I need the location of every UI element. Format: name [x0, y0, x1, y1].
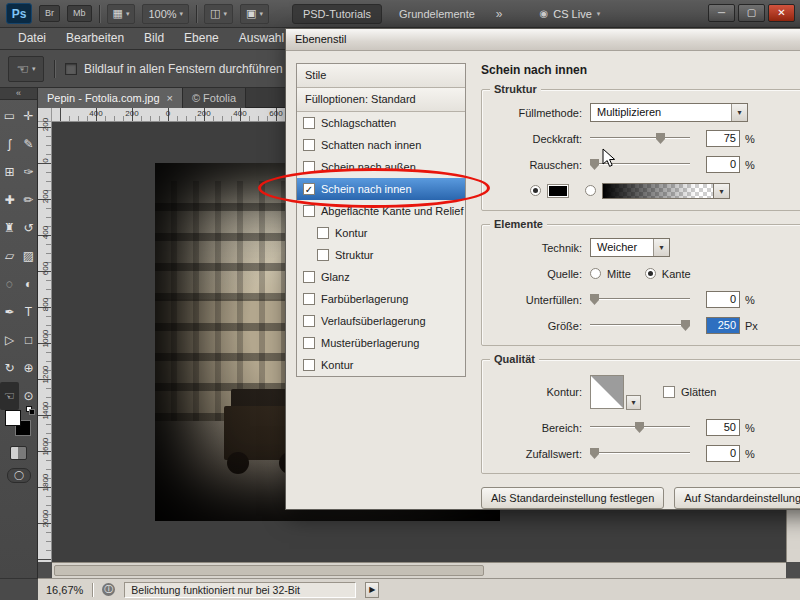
tool-quick-selection[interactable]: ✎ — [19, 130, 38, 158]
menu-ebene[interactable]: Ebene — [174, 28, 229, 49]
statusbar-menu-arrow-icon[interactable]: ▶ — [365, 582, 379, 598]
tool-eyedropper[interactable]: ✑ — [19, 158, 38, 186]
cs-live-dropdown[interactable]: ◉ CS Live ▾ — [540, 8, 601, 20]
blend-mode-dropdown[interactable]: Multiplizieren ▾ — [590, 103, 748, 122]
style-checkbox[interactable] — [303, 271, 315, 283]
screen-mode-button[interactable]: ▣ ▾ — [240, 4, 269, 24]
tool-move[interactable]: ✛ — [19, 102, 38, 130]
tool-eraser[interactable]: ▱ — [0, 242, 19, 270]
maximize-button[interactable]: ▢ — [738, 4, 765, 22]
style-checkbox-checked[interactable]: ✓ — [303, 183, 315, 195]
styles-list-header[interactable]: Stile — [297, 64, 465, 88]
opacity-slider[interactable] — [590, 132, 690, 145]
tool-path-selection[interactable]: ▷ — [0, 326, 19, 354]
source-edge-radio[interactable] — [645, 268, 656, 279]
style-checkbox[interactable] — [303, 293, 315, 305]
minimize-button[interactable]: ─ — [708, 4, 735, 22]
tab-close-icon[interactable]: × — [167, 92, 173, 104]
mini-bridge-button[interactable]: Mb — [67, 5, 92, 22]
workspace-overflow-icon[interactable]: » — [492, 7, 507, 21]
contour-preview[interactable] — [590, 375, 624, 409]
style-item-musterueberlagerung[interactable]: Musterüberlagerung — [297, 332, 465, 354]
style-item-abgeflachte-kante[interactable]: Abgeflachte Kante und Relief — [297, 200, 465, 222]
solid-color-radio[interactable] — [530, 185, 541, 196]
style-item-schatten-nach-innen[interactable]: Schatten nach innen — [297, 134, 465, 156]
slider-thumb[interactable] — [590, 159, 599, 170]
style-checkbox[interactable] — [317, 227, 329, 239]
menu-datei[interactable]: Datei — [8, 28, 56, 49]
zoom-level-dropdown[interactable]: 100% ▾ — [142, 4, 189, 24]
style-checkbox[interactable] — [303, 117, 315, 129]
tool-type[interactable]: T — [19, 298, 38, 326]
range-value-field[interactable]: 50 — [706, 419, 740, 436]
style-item-verlaufsueberlagerung[interactable]: Verlaufsüberlagerung — [297, 310, 465, 332]
style-checkbox[interactable] — [303, 139, 315, 151]
scroll-all-windows-option[interactable]: Bildlauf in allen Fenstern durchführen — [65, 62, 283, 76]
technique-dropdown[interactable]: Weicher ▾ — [590, 238, 670, 257]
glow-color-swatch[interactable] — [547, 184, 569, 198]
hand-tool-preset-button[interactable]: ☜ ▾ — [8, 56, 44, 82]
noise-value-field[interactable]: 0 — [706, 156, 740, 173]
slider-thumb[interactable] — [590, 448, 599, 459]
style-item-struktur-sub[interactable]: Struktur — [297, 244, 465, 266]
style-item-schein-nach-innen[interactable]: ✓ Schein nach innen — [297, 178, 465, 200]
tool-crop[interactable]: ⊞ — [0, 158, 19, 186]
style-item-farbueberlagerung[interactable]: Farbüberlagerung — [297, 288, 465, 310]
opacity-value-field[interactable]: 75 — [706, 130, 740, 147]
choke-slider[interactable] — [590, 293, 690, 306]
style-item-schlagschatten[interactable]: Schlagschatten — [297, 112, 465, 134]
noise-slider[interactable] — [590, 158, 690, 171]
style-checkbox[interactable] — [303, 315, 315, 327]
style-item-schein-nach-aussen[interactable]: Schein nach außen — [297, 156, 465, 178]
screen-mode-toggle[interactable]: ◯ — [7, 468, 31, 483]
view-extras-button[interactable]: ▦ ▾ — [107, 4, 136, 24]
slider-thumb[interactable] — [656, 133, 665, 144]
tool-hand[interactable]: ☜ — [0, 382, 19, 410]
range-slider[interactable] — [590, 421, 690, 434]
style-checkbox[interactable] — [317, 249, 329, 261]
document-tab-pepin[interactable]: Pepin - Fotolia.com.jpg × — [38, 88, 183, 108]
make-default-button[interactable]: Als Standardeinstellung festlegen — [481, 487, 664, 509]
horizontal-scrollbar-thumb[interactable] — [54, 565, 484, 576]
style-checkbox[interactable] — [303, 161, 315, 173]
statusbar-zoom-value[interactable]: 16,67% — [46, 584, 83, 596]
menu-bild[interactable]: Bild — [134, 28, 174, 49]
jitter-slider[interactable] — [590, 447, 690, 460]
tool-blur[interactable]: ◌ — [0, 270, 19, 298]
antialias-checkbox[interactable] — [663, 386, 675, 398]
blending-options-item[interactable]: Fülloptionen: Standard — [297, 88, 465, 112]
close-button[interactable]: ✕ — [768, 4, 795, 22]
tool-lasso[interactable]: ʃ — [0, 130, 19, 158]
size-value-field[interactable]: 250 — [706, 317, 740, 334]
document-tab-fotolia[interactable]: © Fotolia — [183, 88, 246, 108]
arrange-documents-button[interactable]: ◫ ▾ — [204, 4, 233, 24]
style-item-glanz[interactable]: Glanz — [297, 266, 465, 288]
style-item-kontur-stroke[interactable]: Kontur — [297, 354, 465, 376]
tool-3d-rotate[interactable]: ↻ — [0, 354, 19, 382]
slider-thumb[interactable] — [635, 422, 644, 433]
collapse-panel-icon[interactable]: « — [0, 88, 37, 100]
chevron-down-icon[interactable]: ▾ — [626, 395, 641, 410]
tool-gradient[interactable]: ▨ — [19, 242, 38, 270]
tool-clone-stamp[interactable]: ♜ — [0, 214, 19, 242]
gradient-picker[interactable]: ▾ — [602, 183, 730, 199]
tool-shape[interactable]: □ — [19, 326, 38, 354]
tool-dodge[interactable]: ◐ — [19, 270, 38, 298]
source-center-radio[interactable] — [590, 268, 601, 279]
chevron-down-icon[interactable]: ▾ — [714, 183, 730, 199]
choke-value-field[interactable]: 0 — [706, 291, 740, 308]
horizontal-scrollbar[interactable] — [52, 562, 786, 578]
scroll-all-windows-checkbox[interactable] — [65, 63, 77, 75]
style-checkbox[interactable] — [303, 205, 315, 217]
workspace-tab-grundelemente[interactable]: Grundelemente — [389, 5, 485, 23]
tool-brush[interactable]: ✏ — [19, 186, 38, 214]
reset-default-button[interactable]: Auf Standardeinstellung zur — [674, 487, 800, 509]
gradient-radio[interactable] — [585, 185, 596, 196]
jitter-value-field[interactable]: 0 — [706, 445, 740, 462]
workspace-tab-psd-tutorials[interactable]: PSD-Tutorials — [292, 4, 382, 24]
style-checkbox[interactable] — [303, 337, 315, 349]
style-item-kontur-sub[interactable]: Kontur — [297, 222, 465, 244]
foreground-color-swatch[interactable] — [5, 410, 21, 426]
quick-mask-button[interactable] — [10, 446, 27, 460]
style-checkbox[interactable] — [303, 359, 315, 371]
